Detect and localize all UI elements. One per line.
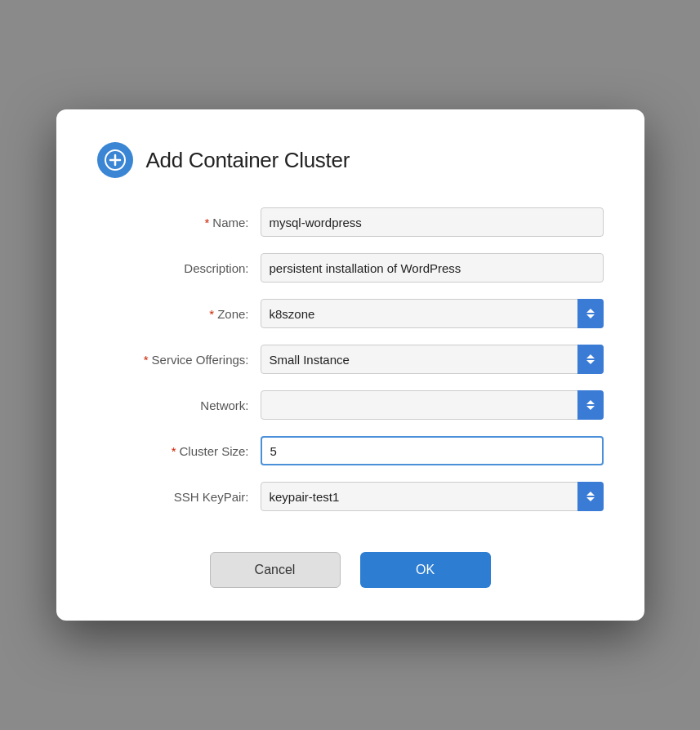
service-offerings-required-indicator: *	[144, 353, 149, 367]
description-row: Description:	[97, 253, 604, 283]
ssh-keypair-select-wrap: keypair-test1	[261, 482, 604, 511]
cluster-size-field-wrap	[261, 436, 604, 465]
form-body: *Name: Description: *Zone: k8szo	[97, 207, 604, 527]
zone-row: *Zone: k8szone	[97, 299, 604, 328]
service-offerings-label: *Service Offerings:	[97, 353, 261, 367]
ssh-keypair-label: SSH KeyPair:	[97, 490, 261, 504]
footer-buttons: Cancel OK	[97, 552, 604, 588]
dialog-title: Add Container Cluster	[146, 148, 350, 173]
description-field-wrap	[261, 253, 604, 283]
cluster-size-required-indicator: *	[172, 444, 176, 458]
service-offerings-select[interactable]: Small Instance	[261, 345, 604, 374]
cluster-size-label: *Cluster Size:	[97, 444, 261, 458]
zone-select-wrap: k8szone	[261, 299, 604, 328]
zone-required-indicator: *	[209, 307, 214, 321]
description-input[interactable]	[261, 253, 604, 283]
name-row: *Name:	[97, 207, 604, 237]
name-input[interactable]	[261, 207, 604, 237]
ssh-keypair-row: SSH KeyPair: keypair-test1	[97, 482, 604, 511]
dialog-header: Add Container Cluster	[97, 142, 604, 178]
description-label: Description:	[97, 261, 261, 275]
name-required-indicator: *	[204, 216, 209, 229]
ssh-keypair-select[interactable]: keypair-test1	[261, 482, 604, 511]
cluster-size-input[interactable]	[261, 436, 604, 465]
ssh-keypair-field-wrap: keypair-test1	[261, 482, 604, 511]
name-field-wrap	[261, 207, 604, 237]
zone-label: *Zone:	[97, 307, 261, 321]
cluster-size-row: *Cluster Size:	[97, 436, 604, 465]
network-label: Network:	[97, 398, 261, 412]
cancel-button[interactable]: Cancel	[210, 552, 341, 588]
name-label: *Name:	[97, 216, 261, 229]
zone-select[interactable]: k8szone	[261, 299, 604, 328]
service-offerings-row: *Service Offerings: Small Instance	[97, 345, 604, 374]
add-container-cluster-dialog: Add Container Cluster *Name: Description…	[56, 109, 644, 621]
network-select[interactable]	[261, 390, 604, 420]
service-offerings-field-wrap: Small Instance	[261, 345, 604, 374]
network-field-wrap	[261, 390, 604, 420]
network-row: Network:	[97, 390, 604, 420]
service-offerings-select-wrap: Small Instance	[261, 345, 604, 374]
network-select-wrap	[261, 390, 604, 420]
add-icon	[97, 142, 133, 178]
ok-button[interactable]: OK	[360, 552, 491, 588]
zone-field-wrap: k8szone	[261, 299, 604, 328]
